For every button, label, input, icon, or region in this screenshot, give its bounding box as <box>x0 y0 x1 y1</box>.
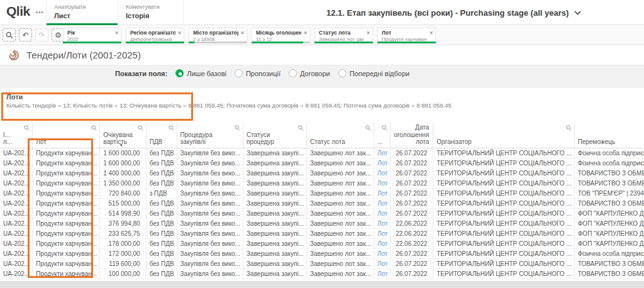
cell-proc_status[interactable]: Завершена закупі... <box>243 218 307 228</box>
cell-proc_status[interactable]: Завершена закупі... <box>243 238 307 248</box>
cell-proc_status[interactable]: Завершена закупі... <box>243 208 307 218</box>
cell-lot_status[interactable]: Завершено лот зак... <box>307 158 374 168</box>
tab-narrate-story[interactable]: Коментувати Історія <box>118 0 184 25</box>
cell-lot[interactable]: Продукти харчуван... <box>33 228 100 238</box>
cell-lot_status[interactable]: Завершено лот зак... <box>307 168 374 178</box>
close-icon[interactable]: ✕ <box>177 30 182 36</box>
column-header-more[interactable]: ... <box>374 123 390 148</box>
cell-expected[interactable]: 720 840,00 <box>100 188 146 198</box>
lot-link[interactable]: Лот <box>377 190 387 197</box>
cell-more[interactable]: Лот <box>374 228 390 238</box>
cell-id[interactable]: UA-202... <box>0 158 33 168</box>
lot-link[interactable]: Лот <box>377 200 387 207</box>
column-header-lot_status[interactable]: Статус лота <box>307 123 374 148</box>
cell-winner[interactable]: ТОВАРИСТВО З ОБМЕ... <box>574 168 644 178</box>
column-header-proc_status[interactable]: Статусипроцедур <box>243 123 307 148</box>
cell-lot[interactable]: Продукти харчуван... <box>33 238 100 248</box>
cell-expected[interactable]: 233 625,75 <box>100 228 146 238</box>
search-icon[interactable] <box>365 125 371 133</box>
cell-organizer[interactable]: ТЕРИТОРІАЛЬНИЙ ЦЕНТР СОЦІАЛЬНОГО ... <box>433 148 574 158</box>
cell-proc_status[interactable]: Завершена закупі... <box>243 178 307 188</box>
cell-organizer[interactable]: ТЕРИТОРІАЛЬНИЙ ЦЕНТР СОЦІАЛЬНОГО ... <box>433 218 574 228</box>
cell-vat[interactable]: без ПДВ <box>146 148 177 158</box>
cell-organizer[interactable]: ТЕРИТОРІАЛЬНИЙ ЦЕНТР СОЦІАЛЬНОГО ... <box>433 258 574 269</box>
cell-expected[interactable]: 172 000,00 <box>100 248 146 258</box>
cell-vat[interactable]: без ПДВ <box>146 269 177 279</box>
cell-lot[interactable]: Продукти харчуван... <box>33 178 100 188</box>
cell-proc_status[interactable]: Завершена закупі... <box>243 258 307 269</box>
cell-procedure[interactable]: Закупівля без вико... <box>177 188 243 198</box>
cell-id[interactable]: UA-202... <box>0 218 33 228</box>
search-icon[interactable] <box>138 125 143 133</box>
cell-date[interactable]: 26.07.2022 <box>391 188 433 198</box>
cell-vat[interactable]: без ПДВ <box>146 158 177 168</box>
lot-link[interactable]: Лот <box>377 180 387 187</box>
cell-organizer[interactable]: ТЕРИТОРІАЛЬНИЙ ЦЕНТР СОЦІАЛЬНОГО ... <box>433 248 574 258</box>
cell-winner[interactable]: ТОВАРИСТВО З ОБМЕ... <box>574 269 644 279</box>
cell-vat[interactable]: без ПДВ <box>146 178 177 188</box>
tab-analyze-sheet[interactable]: Аналізувати Лист <box>46 0 118 25</box>
close-icon[interactable]: ✕ <box>366 30 370 36</box>
radio-option-3[interactable]: Попередні відбори <box>338 69 409 77</box>
filter-chip[interactable]: Регіон організатораДніпропетровська✕ <box>126 28 184 43</box>
cell-lot[interactable]: Продукти харчуван... <box>33 148 100 158</box>
cell-lot[interactable]: Продукти харчуван... <box>33 248 100 258</box>
cell-id[interactable]: UA-202... <box>0 258 33 269</box>
cell-organizer[interactable]: ТЕРИТОРІАЛЬНИЙ ЦЕНТР СОЦІАЛЬНОГО ... <box>433 168 574 178</box>
column-header-date[interactable]: Датаоголошеннялота <box>391 123 433 148</box>
cell-more[interactable]: Лот <box>374 248 390 258</box>
cell-proc_status[interactable]: Завершена закупі... <box>243 148 307 158</box>
more-menu-button[interactable]: ••• <box>36 9 43 16</box>
cell-winner[interactable]: ФОП "КАРПУЛЕНКО ДМ... <box>574 228 644 238</box>
search-icon[interactable] <box>566 125 572 133</box>
cell-expected[interactable]: 119 600,00 <box>100 258 146 269</box>
search-icon[interactable] <box>169 125 174 133</box>
cell-procedure[interactable]: Закупівля без вико... <box>177 208 243 218</box>
lot-link[interactable]: Лот <box>377 210 387 217</box>
step-forward-button[interactable]: ↷ <box>35 28 48 42</box>
lot-link[interactable]: Лот <box>377 230 387 237</box>
cell-proc_status[interactable]: Завершена закупі... <box>243 188 307 198</box>
cell-winner[interactable]: Фізична особа підприєм... <box>574 148 644 158</box>
cell-id[interactable]: UA-202... <box>0 228 33 238</box>
lot-link[interactable]: Лот <box>377 240 387 247</box>
search-icon[interactable] <box>24 125 30 133</box>
cell-lot_status[interactable]: Завершено лот зак... <box>307 228 374 238</box>
cell-proc_status[interactable]: Завершена закупі... <box>243 269 307 279</box>
cell-id[interactable]: UA-202... <box>0 238 33 248</box>
sheet-selector-button[interactable]: 12.1. Етап закупівель (всі роки) - Purch… <box>326 8 581 18</box>
cell-lot_status[interactable]: Завершено лот зак... <box>307 258 374 269</box>
cell-more[interactable]: Лот <box>374 158 390 168</box>
filter-chip[interactable]: Статус лотаЗавершено лот закупівлі✕ <box>314 28 373 43</box>
lot-link[interactable]: Лот <box>377 160 387 167</box>
cell-vat[interactable]: без ПДВ <box>146 258 177 269</box>
cell-id[interactable]: UA-202... <box>0 198 33 208</box>
lot-link[interactable]: Лот <box>377 250 387 257</box>
cell-lot[interactable]: Продукти харчуван... <box>33 208 100 218</box>
cell-procedure[interactable]: Закупівля без вико... <box>177 258 243 269</box>
column-header-expected[interactable]: Очікуванавартість▼ <box>100 123 146 148</box>
cell-winner[interactable]: ТОВАРИСТВО З ОБМЕ... <box>574 178 644 188</box>
cell-expected[interactable]: 1 600 000,00 <box>100 148 146 158</box>
column-header-lot[interactable]: Лот <box>33 123 100 148</box>
cell-date[interactable]: 26.07.2022 <box>391 178 433 188</box>
radio-option-0[interactable]: Лише базові <box>175 69 226 77</box>
cell-lot[interactable]: Продукти харчуван... <box>33 158 100 168</box>
lot-link[interactable]: Лот <box>377 260 387 267</box>
cell-date[interactable]: 26.07.2022 <box>391 198 433 208</box>
cell-expected[interactable]: 514 998,90 <box>100 208 146 218</box>
cell-procedure[interactable]: Закупівля без вико... <box>177 238 243 248</box>
cell-vat[interactable]: без ПДВ <box>146 208 177 218</box>
search-icon[interactable] <box>298 125 304 133</box>
column-header-id[interactable]: І...л... <box>0 123 33 148</box>
cell-procedure[interactable]: Закупівля без вико... <box>177 168 243 178</box>
cell-vat[interactable]: без ПДВ <box>146 228 177 238</box>
cell-lot_status[interactable]: Завершено лот зак... <box>307 218 374 228</box>
cell-lot[interactable]: Продукти харчуван... <box>33 188 100 198</box>
cell-date[interactable]: 26.07.2022 <box>391 208 433 218</box>
close-icon[interactable]: ✕ <box>303 30 308 36</box>
cell-date[interactable]: 26.07.2022 <box>391 258 433 269</box>
cell-organizer[interactable]: ТЕРИТОРІАЛЬНИЙ ЦЕНТР СОЦІАЛЬНОГО ... <box>433 198 574 208</box>
step-back-button[interactable]: ↶ <box>19 28 32 42</box>
search-icon[interactable] <box>91 125 97 133</box>
